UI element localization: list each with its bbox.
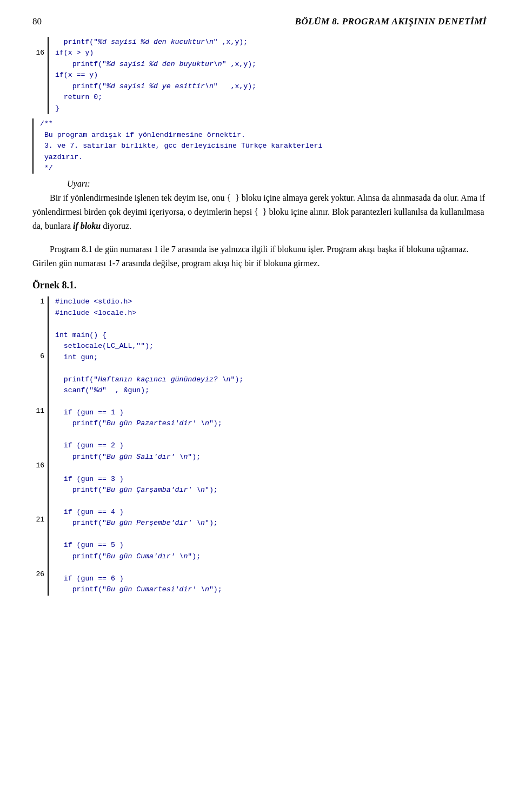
example-code-content: #include <stdio.h> #include <locale.h> i… <box>55 296 243 595</box>
page-header: 80 BÖLÜM 8. PROGRAM AKIŞININ DENETİMİ <box>32 16 487 27</box>
example-code-bar <box>48 296 49 595</box>
top-code-bar <box>48 37 49 114</box>
comment-code-content: /** Bu program ardışık if yönlendirmesin… <box>40 118 322 174</box>
warning-label: Uyarı: <box>67 179 90 188</box>
warning-text-2: Program 8.1 de gün numarası 1 ile 7 aras… <box>32 242 487 270</box>
comment-block: /** Bu program ardışık if yönlendirmesin… <box>32 118 487 174</box>
section-heading: Örnek 8.1. <box>32 280 487 291</box>
page-number: 80 <box>32 16 42 27</box>
line-numbers-example: 1 6 11 16 21 <box>32 296 48 595</box>
warning-text-1: Bir if yönlendirmesinde işlenen tek deyi… <box>32 191 487 233</box>
line-numbers-top: 16 <box>32 37 48 114</box>
page-title: BÖLÜM 8. PROGRAM AKIŞININ DENETİMİ <box>295 16 487 27</box>
top-code-content: printf("%d sayisi %d den kucuktur\n" ,x,… <box>55 37 256 114</box>
warning-block: Uyarı: Bir if yönlendirmesinde işlenen t… <box>32 179 487 270</box>
page: 80 BÖLÜM 8. PROGRAM AKIŞININ DENETİMİ 16… <box>0 0 519 812</box>
comment-bar <box>32 118 34 174</box>
example-code-block: 1 6 11 16 21 <box>32 296 487 595</box>
warning-title: Uyarı: <box>32 179 487 189</box>
top-code-block: 16 printf("%d sayisi %d den kucuktur\n" … <box>32 37 487 114</box>
